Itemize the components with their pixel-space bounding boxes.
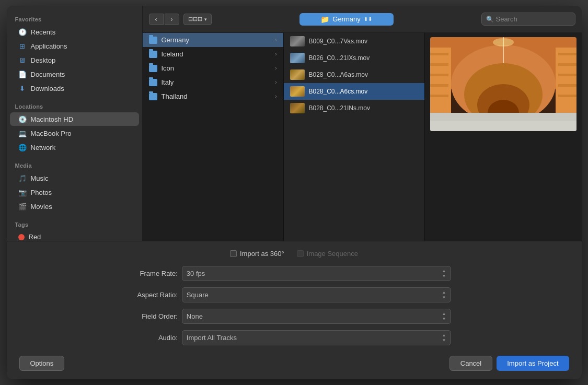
file-thumb-inner-5 [290, 103, 305, 113]
toolbar: ‹ › ⊟⊟⊟ ▾ 📁 Germany ⬆⬇ 🔍 [143, 6, 582, 33]
grid-icon: ⊞ [18, 42, 27, 50]
file-item-2[interactable]: B026_C0...21IXs.mov [284, 50, 424, 66]
folder-item-thailand[interactable]: Thailand › [143, 89, 283, 103]
sidebar-item-macbook-pro[interactable]: 💻 MacBook Pro [10, 126, 139, 140]
file-name-5: B028_C0...21INs.mov [309, 104, 418, 112]
import-360-checkbox[interactable] [230, 250, 237, 257]
svg-rect-16 [558, 63, 577, 66]
svg-rect-9 [430, 53, 448, 55]
sidebar-item-recents[interactable]: 🕐 Recents [10, 25, 139, 39]
folder-iceland-icon [149, 51, 157, 58]
options-grid: Import as 360° Image Sequence Frame Rate… [137, 250, 451, 345]
import-360-text: Import as 360° [240, 250, 284, 258]
import-360-checkbox-label[interactable]: Import as 360° [230, 250, 284, 258]
folder-item-italy[interactable]: Italy › [143, 75, 283, 89]
dialog-window: Favorites 🕐 Recents ⊞ Applications 🖥 Des… [7, 6, 582, 379]
arrow-down-icon: ⬇ [18, 84, 27, 92]
svg-rect-7 [430, 121, 577, 131]
sidebar-item-downloads[interactable]: ⬇ Downloads [10, 81, 139, 95]
footer-right-buttons: Cancel Import as Project [449, 356, 569, 371]
red-tag-dot [18, 234, 25, 240]
aspect-ratio-arrows: ▲▼ [442, 290, 446, 300]
bottom-section: Import as 360° Image Sequence Frame Rate… [7, 241, 582, 379]
file-thumb-inner-4 [290, 86, 305, 97]
folder-icon-icon [149, 65, 157, 72]
globe-icon: 🌐 [18, 143, 27, 151]
cancel-button[interactable]: Cancel [449, 356, 492, 371]
field-order-arrows: ▲▼ [442, 311, 446, 321]
import-as-project-button[interactable]: Import as Project [497, 356, 569, 371]
frame-rate-select[interactable]: 30 fps ▲▼ [182, 266, 451, 281]
dropdown-arrow-icon: ⬆⬇ [364, 16, 372, 22]
sidebar-item-movies[interactable]: 🎬 Movies [10, 200, 139, 213]
top-section: Favorites 🕐 Recents ⊞ Applications 🖥 Des… [7, 6, 582, 241]
folder-italy-name: Italy [162, 78, 271, 86]
browser-area: Germany › Iceland › Icon › [143, 33, 582, 241]
folder-icon-name: Icon [162, 64, 271, 72]
folder-germany-name: Germany [162, 36, 271, 44]
folder-icon-arrow: › [275, 65, 276, 71]
search-input[interactable] [496, 15, 571, 23]
svg-rect-18 [558, 84, 577, 87]
sidebar-red-label: Red [29, 233, 41, 241]
field-order-value: None [187, 312, 438, 320]
audio-value: Import All Tracks [187, 334, 438, 342]
svg-rect-13 [430, 95, 448, 97]
files-column: B009_C0...7Vas.mov B026_C0...21IXs.mov B… [284, 33, 425, 241]
file-item-1[interactable]: B009_C0...7Vas.mov [284, 33, 424, 50]
sidebar-item-photos[interactable]: 📷 Photos [10, 185, 139, 199]
svg-rect-10 [430, 63, 448, 66]
file-name-1: B009_C0...7Vas.mov [309, 38, 418, 45]
film-icon: 🎬 [18, 202, 27, 211]
folder-germany-icon [149, 37, 157, 44]
location-dropdown[interactable]: 📁 Germany ⬆⬇ [299, 13, 394, 26]
file-item-5[interactable]: B028_C0...21INs.mov [284, 100, 424, 116]
checkbox-row: Import as 360° Image Sequence [137, 250, 451, 258]
sidebar-music-label: Music [31, 174, 49, 182]
image-sequence-text: Image Sequence [307, 250, 358, 258]
frame-rate-arrows: ▲▼ [442, 269, 446, 278]
view-mode-button[interactable]: ⊟⊟⊟ ▾ [183, 14, 212, 25]
search-box[interactable]: 🔍 [481, 13, 575, 26]
aspect-ratio-select[interactable]: Square ▲▼ [182, 287, 451, 302]
location-name: Germany [332, 15, 360, 23]
sidebar-recents-label: Recents [31, 28, 56, 36]
sidebar-item-network[interactable]: 🌐 Network [10, 141, 139, 154]
search-icon: 🔍 [486, 16, 494, 23]
sidebar-desktop-label: Desktop [31, 56, 56, 64]
options-button[interactable]: Options [19, 356, 65, 371]
chevron-down-icon: ▾ [204, 17, 207, 22]
sidebar-documents-label: Documents [31, 71, 65, 78]
sidebar-photos-label: Photos [31, 189, 52, 196]
preview-canvas [430, 37, 577, 131]
file-item-4[interactable]: B028_C0...A6cs.mov [284, 83, 424, 100]
media-section-label: Media [7, 158, 142, 171]
folder-item-germany[interactable]: Germany › [143, 33, 283, 47]
image-sequence-checkbox[interactable] [297, 250, 304, 257]
image-sequence-checkbox-label[interactable]: Image Sequence [297, 250, 358, 258]
audio-select[interactable]: Import All Tracks ▲▼ [182, 330, 451, 345]
locations-section-label: Locations [7, 99, 142, 112]
folder-iceland-arrow: › [275, 51, 276, 57]
file-item-3[interactable]: B028_C0...A6as.mov [284, 66, 424, 83]
folder-item-icon[interactable]: Icon › [143, 61, 283, 75]
sidebar-item-red[interactable]: Red [10, 230, 139, 241]
sidebar-applications-label: Applications [31, 42, 67, 50]
aspect-ratio-value: Square [187, 291, 438, 299]
sidebar-macintosh-hd-label: Macintosh HD [31, 115, 74, 123]
file-thumb-2 [290, 53, 305, 63]
folder-italy-arrow: › [275, 79, 276, 85]
field-order-select[interactable]: None ▲▼ [182, 309, 451, 324]
file-thumb-5 [290, 103, 305, 113]
preview-column [425, 33, 582, 241]
back-button[interactable]: ‹ [149, 14, 164, 25]
sidebar-item-music[interactable]: 🎵 Music [10, 171, 139, 185]
folder-item-iceland[interactable]: Iceland › [143, 47, 283, 61]
sidebar-item-applications[interactable]: ⊞ Applications [10, 39, 139, 53]
forward-button[interactable]: › [165, 14, 179, 25]
file-thumb-3 [290, 69, 305, 80]
folder-column: Germany › Iceland › Icon › [143, 33, 284, 241]
sidebar-item-desktop[interactable]: 🖥 Desktop [10, 53, 139, 67]
sidebar-item-documents[interactable]: 📄 Documents [10, 67, 139, 81]
sidebar-item-macintosh-hd[interactable]: 💽 Macintosh HD [10, 112, 139, 126]
